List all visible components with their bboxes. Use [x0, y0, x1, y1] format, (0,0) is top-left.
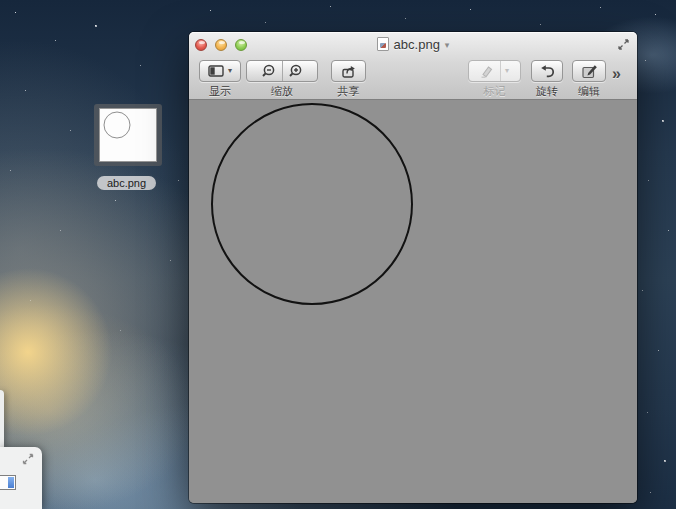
- zoom-in-icon: [287, 63, 305, 79]
- segment-divider: [282, 61, 283, 81]
- toolbar-group-rotate: 旋转: [531, 60, 563, 99]
- icon-thumbnail[interactable]: [99, 108, 157, 162]
- share-label: 共享: [338, 84, 360, 99]
- desktop-icon-abc-png[interactable]: [94, 104, 162, 166]
- title-dropdown-icon[interactable]: ▾: [445, 38, 450, 50]
- segment-divider: [500, 61, 501, 81]
- toolbar-group-zoom: 缩放: [246, 60, 318, 99]
- image-circle-graphic: [189, 100, 637, 503]
- rotate-icon: [539, 64, 556, 79]
- share-button[interactable]: [331, 60, 366, 82]
- edit-button[interactable]: [572, 60, 606, 82]
- chevron-down-icon: ▾: [505, 67, 509, 75]
- markup-button[interactable]: ▾: [468, 60, 521, 82]
- zoom-label: 缩放: [271, 84, 293, 99]
- markup-icon: [480, 64, 496, 78]
- rotate-button[interactable]: [531, 60, 563, 82]
- document-proxy-icon[interactable]: [377, 37, 389, 51]
- expand-icon: [20, 451, 36, 467]
- zoom-in-button[interactable]: [287, 63, 305, 79]
- chevron-down-icon: ▾: [228, 67, 232, 75]
- toolbar-group-share: 共享: [331, 60, 366, 99]
- show-sidebar-button[interactable]: ▾: [199, 60, 241, 82]
- zoom-out-icon: [260, 63, 278, 79]
- zoom-out-button[interactable]: [260, 63, 278, 79]
- desktop: abc.png abc.png ▾: [0, 0, 676, 509]
- window-title: abc.png: [394, 37, 440, 52]
- share-icon: [340, 63, 357, 79]
- starfield: [0, 0, 1, 1]
- edit-icon: [581, 64, 598, 79]
- title-group: abc.png ▾: [189, 32, 637, 56]
- preview-window: abc.png ▾ ▾ 显示: [189, 32, 637, 503]
- toolbar-overflow-chevron[interactable]: »: [612, 65, 619, 83]
- star: [662, 120, 664, 122]
- background-window-fragment[interactable]: [0, 447, 42, 509]
- star: [95, 25, 97, 27]
- desktop-icon-label[interactable]: abc.png: [97, 176, 156, 190]
- rotate-label: 旋转: [536, 84, 558, 99]
- edit-label: 编辑: [578, 84, 600, 99]
- sidebar-toggle-icon: [208, 65, 224, 77]
- star: [664, 460, 666, 462]
- thumbnail-circle-graphic: [100, 109, 156, 161]
- image-canvas[interactable]: [189, 100, 637, 503]
- titlebar[interactable]: abc.png ▾: [189, 32, 637, 56]
- window-chrome: abc.png ▾ ▾ 显示: [189, 32, 637, 100]
- background-window-edge[interactable]: [0, 390, 4, 448]
- toolbar-group-markup: ▾ 标记: [468, 60, 521, 99]
- zoom-buttons: [246, 60, 318, 82]
- toolbar-group-show: ▾ 显示: [199, 60, 241, 99]
- show-label: 显示: [209, 84, 231, 99]
- markup-label: 标记: [484, 84, 506, 99]
- pane-highlight: [8, 477, 14, 488]
- toolbar-group-edit: 编辑: [572, 60, 606, 99]
- fullscreen-icon[interactable]: [616, 37, 631, 52]
- two-pane-icon: [0, 475, 16, 490]
